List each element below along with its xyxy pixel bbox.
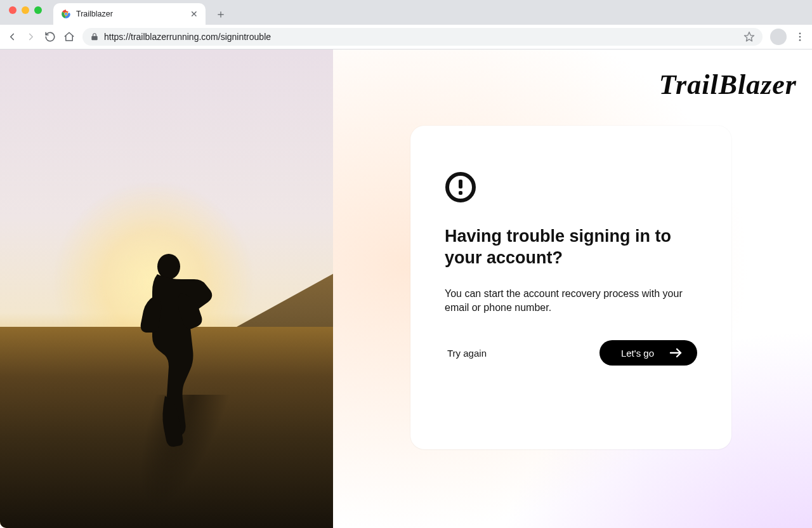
browser-tab[interactable]: Trailblazer ✕ [53, 3, 206, 25]
browser-toolbar: https://trailblazerrunning.com/signintro… [0, 25, 812, 49]
lets-go-label: Let's go [621, 348, 654, 359]
home-button[interactable] [63, 31, 75, 43]
recovery-card: Having trouble signing in to your accoun… [410, 126, 731, 449]
tab-close-button[interactable]: ✕ [190, 9, 198, 19]
profile-avatar[interactable] [770, 29, 787, 45]
lets-go-button[interactable]: Let's go [599, 340, 697, 366]
lock-icon [90, 32, 99, 41]
kebab-menu-icon[interactable] [794, 31, 806, 43]
svg-point-8 [157, 254, 180, 279]
try-again-link[interactable]: Try again [445, 343, 489, 364]
window-close-button[interactable] [9, 6, 16, 14]
favicon-icon [61, 9, 71, 19]
alert-icon [445, 171, 697, 206]
right-pane: TrailBlazer Having trouble signing in to… [333, 50, 812, 528]
svg-point-5 [799, 33, 801, 35]
runner-silhouette-icon [119, 249, 214, 461]
bookmark-star-icon[interactable] [743, 31, 755, 43]
page-content: TrailBlazer Having trouble signing in to… [0, 50, 812, 528]
window-maximize-button[interactable] [34, 6, 42, 14]
svg-point-7 [799, 39, 801, 41]
hero-image [0, 50, 333, 528]
svg-rect-11 [459, 191, 462, 195]
brand-logo: TrailBlazer [659, 69, 797, 101]
back-button[interactable] [6, 31, 18, 43]
url-text: https://trailblazerrunning.com/signintro… [104, 32, 738, 42]
window-minimize-button[interactable] [22, 6, 29, 14]
tabstrip: Trailblazer ✕ ＋ [0, 0, 812, 25]
reload-button[interactable] [44, 31, 56, 43]
arrow-right-icon [669, 347, 683, 359]
card-actions: Try again Let's go [445, 340, 697, 366]
svg-marker-4 [745, 32, 754, 41]
address-bar[interactable]: https://trailblazerrunning.com/signintro… [82, 28, 763, 46]
card-heading: Having trouble signing in to your accoun… [445, 226, 686, 269]
window-controls [6, 0, 47, 25]
browser-chrome: Trailblazer ✕ ＋ https://trailblazerrunni… [0, 0, 812, 50]
svg-rect-10 [459, 180, 462, 188]
svg-point-6 [799, 36, 801, 38]
card-body: You can start the account recovery proce… [445, 287, 686, 315]
svg-point-3 [65, 13, 67, 15]
tab-title: Trailblazer [76, 10, 185, 18]
new-tab-button[interactable]: ＋ [212, 5, 230, 23]
forward-button[interactable] [25, 31, 37, 43]
